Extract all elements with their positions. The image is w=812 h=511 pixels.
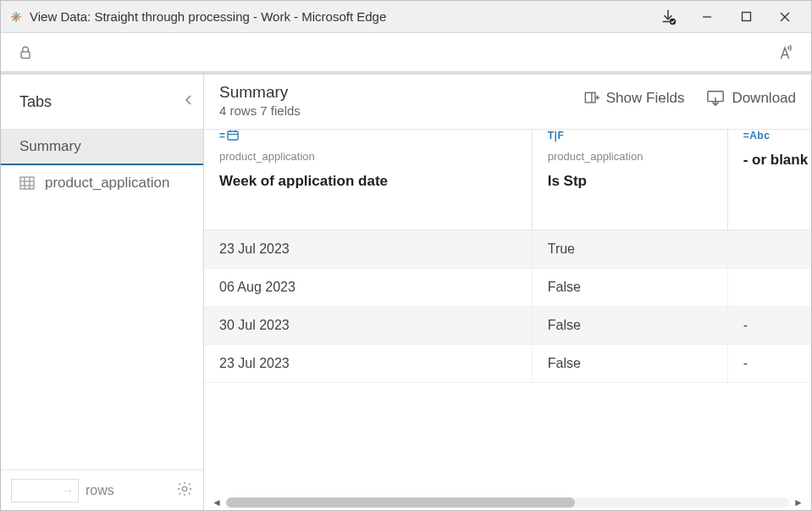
boolean-type-icon: T|F xyxy=(548,130,712,142)
column-header[interactable]: = product_application Week of applicatio… xyxy=(204,130,532,230)
cell xyxy=(727,230,811,268)
sidebar-item-label: product_application xyxy=(45,175,169,192)
address-bar xyxy=(1,33,811,72)
column-name: Is Stp xyxy=(548,173,712,190)
download-button[interactable]: Download xyxy=(706,90,796,107)
content: Summary 4 rows 7 fields Show Fields Down… xyxy=(204,75,811,510)
content-header: Summary 4 rows 7 fields Show Fields Down… xyxy=(204,75,811,130)
settings-button[interactable] xyxy=(176,480,193,501)
tableau-favicon xyxy=(8,8,25,25)
column-name: Week of application date xyxy=(219,173,516,190)
arrow-right-icon: → xyxy=(62,484,74,497)
cell: False xyxy=(532,268,727,306)
show-fields-label: Show Fields xyxy=(606,90,685,107)
window-title: View Data: Straight through processing -… xyxy=(30,9,386,24)
cell: False xyxy=(532,344,727,382)
svg-rect-13 xyxy=(20,177,34,189)
table-row[interactable]: 23 Jul 2023 True xyxy=(204,230,811,268)
column-name: - or blank xyxy=(743,152,811,169)
content-title: Summary xyxy=(219,83,301,102)
svg-rect-25 xyxy=(228,131,238,140)
maximize-button[interactable] xyxy=(726,3,765,31)
content-header-actions: Show Fields Download xyxy=(583,90,796,107)
tab-product-application[interactable]: product_application xyxy=(1,165,203,201)
titlebar: View Data: Straight through processing -… xyxy=(1,1,811,33)
sheet-icon xyxy=(19,176,35,190)
cell: True xyxy=(532,230,727,268)
scroll-track[interactable] xyxy=(226,497,789,508)
main: Tabs Summary product_application xyxy=(1,75,811,510)
sidebar-item-label: Summary xyxy=(19,138,81,155)
cell: False xyxy=(532,306,727,344)
rows-label: rows xyxy=(86,483,114,498)
read-aloud-icon[interactable] xyxy=(771,43,799,62)
svg-point-18 xyxy=(182,486,186,491)
data-table: = product_application Week of applicatio… xyxy=(204,130,811,383)
download-label: Download xyxy=(732,90,796,107)
svg-rect-8 xyxy=(742,13,750,21)
horizontal-scrollbar[interactable]: ◄ ► xyxy=(204,495,811,510)
string-type-icon: =Abc xyxy=(743,130,811,142)
table-wrap: = product_application Week of applicatio… xyxy=(204,130,811,510)
download-icon xyxy=(706,90,725,107)
minimize-button[interactable] xyxy=(688,3,726,31)
cell: 30 Jul 2023 xyxy=(204,306,532,344)
svg-rect-11 xyxy=(21,52,30,58)
table-row[interactable]: 06 Aug 2023 False xyxy=(204,268,811,306)
downloads-icon[interactable] xyxy=(649,3,688,31)
cell xyxy=(727,268,811,306)
date-type-icon: = xyxy=(219,130,516,142)
scroll-thumb[interactable] xyxy=(226,497,575,508)
sidebar-footer: → rows xyxy=(1,469,203,510)
close-button[interactable] xyxy=(765,3,804,31)
rows-input-wrap: → xyxy=(11,479,79,503)
column-header[interactable]: T|F product_application Is Stp xyxy=(532,130,727,230)
show-fields-button[interactable]: Show Fields xyxy=(583,90,685,107)
table-row[interactable]: 23 Jul 2023 False - 27 Jul 20 xyxy=(204,344,811,382)
lock-icon[interactable] xyxy=(13,44,38,61)
show-fields-icon xyxy=(583,90,599,107)
sidebar-header: Tabs xyxy=(1,75,203,130)
tab-summary[interactable]: Summary xyxy=(1,130,203,165)
cell: 23 Jul 2023 xyxy=(204,344,532,382)
cell: 06 Aug 2023 xyxy=(204,268,532,306)
collapse-sidebar-icon[interactable] xyxy=(183,94,195,109)
sidebar-header-title: Tabs xyxy=(19,93,183,111)
scroll-left-icon[interactable]: ◄ xyxy=(211,497,223,508)
window: View Data: Straight through processing -… xyxy=(0,0,812,511)
cell: 23 Jul 2023 xyxy=(204,230,532,268)
column-source: product_application xyxy=(219,150,516,163)
table-row[interactable]: 30 Jul 2023 False - 04 Aug 2 xyxy=(204,306,811,344)
column-header[interactable]: =Abc - or blank xyxy=(727,130,811,230)
cell: - xyxy=(727,344,811,382)
column-source: product_application xyxy=(548,150,712,163)
sidebar-list: Summary product_application xyxy=(1,130,203,469)
content-meta: 4 rows 7 fields xyxy=(219,103,301,118)
sidebar: Tabs Summary product_application xyxy=(1,75,204,510)
scroll-right-icon[interactable]: ► xyxy=(793,497,804,508)
svg-rect-19 xyxy=(585,92,595,103)
cell: - xyxy=(727,306,811,344)
